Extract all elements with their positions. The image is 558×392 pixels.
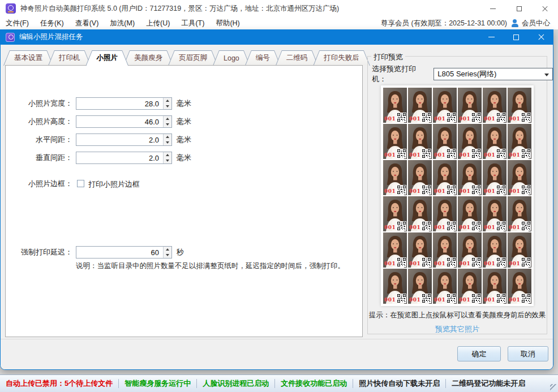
ok-button[interactable]: 确定 [457, 346, 501, 361]
preview-photo[interactable]: 001 [408, 124, 432, 159]
preview-photo[interactable]: 001 [408, 88, 432, 123]
print-border-checkbox[interactable] [77, 180, 84, 187]
tab-printer[interactable]: 打印机 [48, 50, 91, 66]
menu-file[interactable]: 文件(F) [0, 18, 35, 29]
preview-photo[interactable]: 001 [458, 88, 482, 123]
v-spacing-input[interactable] [76, 152, 172, 164]
spin-up-icon[interactable] [164, 98, 171, 104]
status-slim-service: 智能瘦身服务运行中 [119, 378, 196, 389]
force-print-delay-input[interactable] [76, 246, 172, 259]
preview-photo[interactable]: 001 [433, 269, 457, 304]
preview-photo[interactable]: 001 [508, 196, 531, 231]
preview-photo[interactable]: 001 [508, 160, 531, 195]
preview-photo[interactable]: 001 [383, 269, 407, 304]
preview-photo[interactable]: 001 [483, 196, 507, 231]
photo-width-field [76, 97, 172, 110]
preview-photo[interactable]: 001 [408, 196, 432, 231]
photo-badge: 001 [434, 188, 445, 194]
preview-photo[interactable]: 001 [433, 232, 457, 268]
preview-photo[interactable]: 001 [458, 232, 482, 268]
preview-photo[interactable]: 001 [408, 269, 432, 304]
preview-photo[interactable]: 001 [458, 269, 482, 304]
print-preview-title: 打印预览 [371, 52, 405, 62]
h-spacing-unit: 毫米 [177, 133, 191, 146]
tab-beautify[interactable]: 美颜瘦身 [123, 50, 173, 66]
preview-photo[interactable]: 001 [383, 124, 407, 159]
preview-photo[interactable]: 001 [483, 232, 507, 268]
menu-help[interactable]: 帮助(H) [210, 18, 245, 29]
preview-photo[interactable]: 001 [483, 160, 507, 195]
maximize-button[interactable] [506, 0, 532, 17]
preview-photo[interactable]: 001 [433, 88, 457, 123]
cancel-button[interactable]: 取消 [508, 346, 548, 361]
preview-other-photos-link[interactable]: 预览其它照片 [367, 324, 547, 334]
preview-photo[interactable]: 001 [508, 88, 531, 123]
qr-code-icon [496, 257, 506, 267]
preview-photo[interactable]: 001 [483, 269, 507, 304]
preview-photo[interactable]: 001 [433, 196, 457, 231]
menu-tools[interactable]: 工具(T) [175, 18, 210, 29]
spin-down-icon[interactable] [164, 140, 171, 145]
dialog-title: 编辑小照片混排任务 [19, 32, 83, 42]
preview-photo[interactable]: 001 [433, 124, 457, 159]
h-spacing-label: 水平间距： [6, 133, 72, 146]
preview-photo[interactable]: 001 [458, 196, 482, 231]
preview-photo[interactable]: 001 [433, 160, 457, 195]
dialog-maximize-button[interactable] [504, 29, 529, 45]
preview-photo[interactable]: 001 [458, 124, 482, 159]
tab-number[interactable]: 编号 [245, 50, 281, 66]
tab-print-fail[interactable]: 打印失败后 [313, 50, 370, 66]
tab-header-footer[interactable]: 页眉页脚 [168, 50, 218, 66]
photo-badge: 001 [459, 261, 470, 266]
qr-code-icon [496, 294, 506, 303]
menu-task[interactable]: 任务(K) [35, 18, 70, 29]
preview-photo[interactable]: 001 [383, 232, 407, 268]
preview-photo[interactable]: 001 [508, 232, 531, 268]
qr-code-icon [471, 149, 481, 158]
menu-reprint[interactable]: 加洗(M) [104, 18, 140, 29]
resize-grip[interactable] [550, 384, 556, 390]
preview-photo[interactable]: 001 [458, 160, 482, 195]
preview-photo[interactable]: 001 [508, 269, 531, 304]
spin-up-icon[interactable] [164, 116, 171, 122]
photo-width-input[interactable] [76, 97, 172, 110]
v-spacing-field [76, 152, 172, 164]
preview-photo[interactable]: 001 [383, 160, 407, 195]
spin-down-icon[interactable] [164, 104, 171, 109]
spin-up-icon[interactable] [164, 134, 171, 140]
spin-down-icon[interactable] [164, 252, 171, 258]
menu-upload[interactable]: 上传(U) [140, 18, 175, 29]
tab-logo[interactable]: Logo [213, 50, 250, 66]
menu-view[interactable]: 查看(V) [70, 18, 105, 29]
qr-code-icon [521, 257, 531, 267]
statusbar: 自动上传已禁用：5个待上传文件 智能瘦身服务运行中 人脸识别进程已启动 文件接收… [0, 374, 558, 392]
tab-small-photo[interactable]: 小照片 [86, 50, 129, 66]
h-spacing-input[interactable] [76, 133, 172, 146]
member-center-link[interactable]: 会员中心 [522, 19, 550, 28]
spin-up-icon[interactable] [164, 247, 171, 252]
photo-border-label: 小照片边框： [6, 178, 72, 190]
close-button[interactable] [532, 0, 558, 17]
spin-down-icon[interactable] [164, 158, 171, 163]
minimize-button[interactable] [480, 0, 506, 17]
spin-up-icon[interactable] [164, 152, 171, 158]
tab-basic-settings[interactable]: 基本设置 [3, 50, 53, 66]
tab-qrcode[interactable]: 二维码 [276, 50, 319, 66]
photo-badge: 001 [484, 152, 495, 158]
preview-photo[interactable]: 001 [483, 88, 507, 123]
preview-photo[interactable]: 001 [508, 124, 531, 159]
main-window-controls [480, 0, 558, 17]
preview-photo[interactable]: 001 [483, 124, 507, 159]
print-preview-paper[interactable]: 001 [381, 85, 534, 306]
photo-height-input[interactable] [76, 115, 172, 128]
preview-photo[interactable]: 001 [408, 160, 432, 195]
qr-code-icon [471, 185, 481, 195]
preview-printer-value: L805 Series(网络) [434, 69, 496, 79]
preview-printer-select[interactable]: L805 Series(网络) [433, 68, 553, 80]
spin-down-icon[interactable] [164, 122, 171, 127]
preview-photo[interactable]: 001 [383, 196, 407, 231]
dialog-minimize-button[interactable] [479, 29, 504, 45]
preview-photo[interactable]: 001 [383, 88, 407, 123]
preview-photo[interactable]: 001 [408, 232, 432, 268]
dialog-close-button[interactable] [529, 29, 553, 45]
